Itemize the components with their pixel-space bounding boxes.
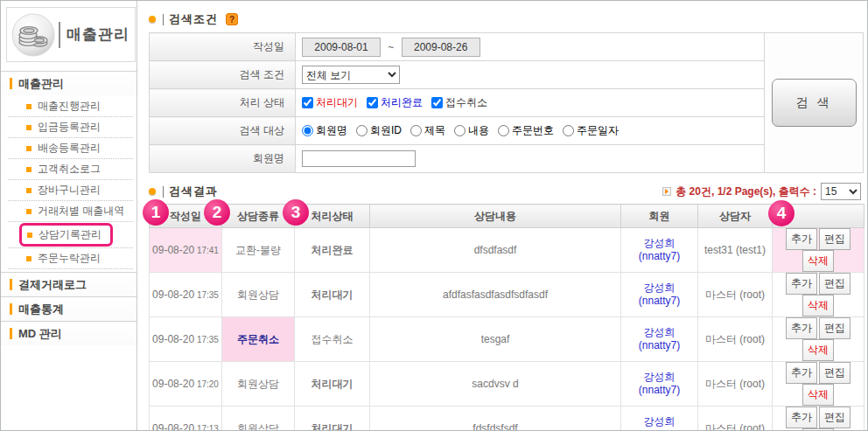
sidebar-section-header[interactable]: 결제거래로그 [1,272,136,296]
sidebar-item[interactable]: 매출진행관리 [8,96,133,117]
delete-button[interactable]: 삭제 [802,384,834,406]
add-button[interactable]: 추가 [786,362,817,384]
status-option[interactable]: 처리대기 [302,95,358,110]
results-table: 작성일 상담종류 처리상태 상담내용 회원 상담자 09-08-20 17:41… [149,204,864,431]
target-option[interactable]: 주문일자 [563,123,619,138]
target-option[interactable]: 내용 [454,123,489,138]
sidebar-section-label: 매출관리 [18,76,64,92]
edit-button[interactable]: 편집 [819,317,850,339]
col-member: 회원 [621,205,698,228]
date-from-input[interactable] [302,38,381,57]
sidebar-item[interactable]: 주문누락관리 [8,248,133,269]
section-bar-icon [10,303,12,315]
cell-content: sacdvsv d [370,362,621,407]
member-name-cell [296,145,765,173]
target-radio[interactable] [356,125,368,136]
sidebar-item[interactable]: 장바구니관리 [8,180,133,201]
status-checkbox[interactable] [367,97,378,108]
cell-actions: 추가편집삭제 [773,273,864,317]
table-row: 09-08-20 17:20회원상담처리대기sacdvsv d강성희(nnatt… [150,362,864,407]
main: 검색조건 ? 작성일 ~ 검 색 검색 조건 전체 보기 [138,1,867,430]
section-bar-icon [10,78,12,89]
edit-button[interactable]: 편집 [819,273,850,295]
cell-status: 처리대기 [295,407,370,431]
date-to-input[interactable] [402,38,480,57]
cell-counselor: 마스터 (root) [698,407,773,431]
member-name-link[interactable]: 강성희 [623,282,696,295]
member-id-link[interactable]: (nnatty7) [623,250,696,263]
cell-content: fdsfdsfsdf [370,407,621,431]
target-option[interactable]: 회원명 [302,123,347,138]
edit-button[interactable]: 편집 [819,228,850,250]
member-name-input[interactable] [302,150,416,167]
delete-button[interactable]: 삭제 [802,295,834,316]
target-radio[interactable] [563,125,574,136]
results-summary: 총 20건, 1/2 Page(s), 출력수 : [676,184,816,199]
summary-arrow-icon [662,187,671,196]
target-option-label: 주문일자 [577,123,619,138]
table-row: 09-08-20 17:13회원상담처리대기fdsfdsfsdf강성희(nnat… [150,407,864,431]
target-radio[interactable] [454,125,466,136]
help-icon[interactable]: ? [226,13,238,25]
member-id-link[interactable]: (nnatty7) [623,339,696,352]
condition-cell: 전체 보기 [296,61,765,89]
bullet-icon [26,209,32,214]
page: 매출관리 매출관리매출진행관리입금등록관리배송등록관리고객취소로그장바구니관리거… [0,0,868,431]
cell-date: 09-08-20 17:13 [150,407,222,431]
bullet-icon [27,233,32,238]
cell-content: tesgaf [370,317,621,362]
cell-actions: 추가편집삭제 [773,407,864,431]
target-option[interactable]: 제목 [410,123,445,138]
target-radio[interactable] [498,125,509,136]
cell-member: 강성희(nnatty7) [621,228,698,273]
status-checkbox[interactable] [302,97,313,108]
sidebar-item[interactable]: 상담기록관리 [8,222,133,248]
status-option[interactable]: 접수취소 [431,95,487,110]
cell-member: 강성희(nnatty7) [621,362,698,407]
cell-date: 09-08-20 17:35 [150,273,222,317]
bullet-icon [26,167,32,172]
sidebar-menu: 매출관리매출진행관리입금등록관리배송등록관리고객취소로그장바구니관리거래처별 매… [1,71,136,345]
cell-status: 처리대기 [295,362,370,407]
sidebar: 매출관리 매출관리매출진행관리입금등록관리배송등록관리고객취소로그장바구니관리거… [1,1,137,430]
annotation-badge-4: 4 [768,200,794,226]
member-id-link[interactable]: (nnatty7) [623,295,696,308]
page-size-select[interactable]: 15 [821,183,861,200]
sidebar-item[interactable]: 고객취소로그 [8,159,133,180]
sidebar-item[interactable]: 거래처별 매출내역 [8,201,133,222]
sidebar-item-label: 장바구니관리 [38,183,101,198]
member-name-link[interactable]: 강성희 [623,371,696,384]
search-button[interactable]: 검 색 [772,79,857,127]
sidebar-section-header[interactable]: 매출관리 [1,71,136,95]
sidebar-item[interactable]: 배송등록관리 [8,138,133,159]
target-option-label: 회원ID [370,123,402,138]
target-option[interactable]: 주문번호 [498,123,554,138]
member-name-link[interactable]: 강성희 [623,415,696,428]
member-name-link[interactable]: 강성희 [623,326,696,339]
delete-button[interactable]: 삭제 [802,339,834,361]
sidebar-section-header[interactable]: MD 관리 [1,321,136,345]
add-button[interactable]: 추가 [786,273,817,295]
add-button[interactable]: 추가 [786,407,817,428]
cell-member: 강성희(nnatty7) [621,407,698,431]
edit-button[interactable]: 편집 [819,362,850,384]
status-option[interactable]: 처리완료 [367,95,423,110]
sidebar-item-label: 입금등록관리 [38,120,101,135]
target-radio[interactable] [302,125,313,136]
target-option[interactable]: 회원ID [356,123,402,138]
edit-button[interactable]: 편집 [819,407,850,428]
target-radio[interactable] [410,125,422,136]
date-label: 작성일 [150,33,296,61]
member-id-link[interactable]: (nnatty7) [623,384,696,397]
cell-status: 처리대기 [295,273,370,317]
add-button[interactable]: 추가 [786,228,817,250]
condition-select[interactable]: 전체 보기 [302,66,400,84]
member-name-link[interactable]: 강성희 [623,237,696,250]
add-button[interactable]: 추가 [786,317,817,339]
sidebar-item[interactable]: 입금등록관리 [8,117,133,138]
status-checkbox[interactable] [431,97,443,108]
sidebar-section-header[interactable]: 매출통계 [1,296,136,321]
section-bar-icon [10,279,12,290]
delete-button[interactable]: 삭제 [802,250,834,272]
cell-actions: 추가편집삭제 [773,228,864,273]
